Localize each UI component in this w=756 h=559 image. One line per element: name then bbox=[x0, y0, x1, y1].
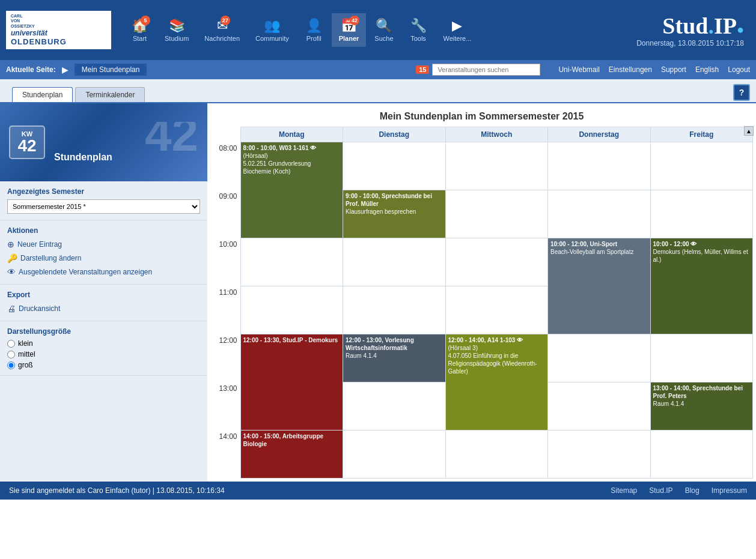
druckansicht-link[interactable]: 🖨 Druckansicht bbox=[7, 303, 200, 315]
event-sub2: 5.02.251 Grundvorlesung Biochemie (Koch) bbox=[243, 160, 341, 175]
semester-section-title: Angezeigtes Semester bbox=[7, 187, 200, 196]
week-number-box: KW 42 bbox=[9, 125, 45, 159]
cell-fri-1400 bbox=[650, 431, 753, 479]
neuer-eintrag-link[interactable]: ⊕ Neuer Eintrag bbox=[7, 238, 200, 250]
event-mon-biochemie[interactable]: 8:00 - 10:00, W03 1-161 👁 (Hörsaal) 5.02… bbox=[241, 142, 343, 238]
time-1100: 11:00 bbox=[210, 286, 240, 334]
tab-terminkalender[interactable]: Terminkalender bbox=[75, 87, 145, 102]
cell-mon-1400[interactable]: 14:00 - 15:00, Arbeitsgruppe Biologie bbox=[240, 431, 343, 479]
datetime-display: Donnerstag, 13.08.2015 10:17:18 bbox=[636, 39, 744, 47]
uni-label: universität bbox=[11, 29, 47, 37]
nav-weitere[interactable]: ▶ Weitere... bbox=[436, 13, 479, 47]
event-mon-demokurs[interactable]: 12:00 - 13:30, Stud.IP - Demokurs bbox=[241, 334, 343, 430]
cell-wed-1000 bbox=[445, 238, 548, 286]
cell-wed-1100 bbox=[445, 286, 548, 334]
suche-icon: 🔍 bbox=[376, 18, 392, 34]
breadcrumb-current: Mein Stundenplan bbox=[75, 64, 147, 76]
impressum-link[interactable]: Impressum bbox=[712, 486, 747, 495]
event-tue-sprechstunde[interactable]: 9:00 - 10:00, Sprechstunde bei Prof. Mül… bbox=[343, 190, 445, 238]
nav-planer[interactable]: 📅 42 Planer bbox=[332, 13, 367, 47]
cell-fri-1000[interactable]: 10:00 - 12:00 👁 Demokurs (Helms, Müller,… bbox=[650, 238, 753, 334]
event-fri-demokurs[interactable]: 10:00 - 12:00 👁 Demokurs (Helms, Müller,… bbox=[651, 238, 753, 334]
nav-start[interactable]: 🏠 5 Start bbox=[123, 13, 156, 47]
size-gross-radio[interactable] bbox=[7, 361, 15, 369]
size-klein[interactable]: klein bbox=[7, 339, 200, 348]
ausgeblendet-link[interactable]: 👁 Ausgeblendete Veranstaltungen anzeigen bbox=[7, 266, 200, 278]
cell-mon-1100 bbox=[240, 286, 343, 334]
size-mittel-radio[interactable] bbox=[7, 351, 15, 358]
nav-community[interactable]: 👥 Community bbox=[248, 13, 296, 47]
event-sub1: Raum 4.1.4 bbox=[346, 352, 443, 360]
event-title: 10:00 - 12:00, Uni-Sport bbox=[550, 240, 648, 248]
blog-link[interactable]: Blog bbox=[685, 486, 700, 495]
event-sub1: Raum 4.1.4 bbox=[653, 400, 751, 408]
studip-logo-text: Stud.IP● bbox=[636, 13, 744, 39]
nav-profil[interactable]: 👤 Profil bbox=[297, 13, 331, 47]
event-tue-wirtschaft[interactable]: 12:00 - 13:00, Vorlesung Wirtschaftsinfo… bbox=[343, 334, 445, 382]
cell-wed-1200[interactable]: 12:00 - 14:00, A14 1-103 👁 (Hörsaal 3) 4… bbox=[445, 334, 548, 431]
nav-profil-label: Profil bbox=[306, 35, 322, 42]
uni-webmail-link[interactable]: Uni-Webmail bbox=[558, 65, 599, 74]
event-title: 14:00 - 15:00, Arbeitsgruppe Biologie bbox=[243, 432, 341, 448]
size-title: Darstellungsgröße bbox=[7, 327, 200, 336]
darstellung-link[interactable]: 🔑 Darstellung ändern bbox=[7, 252, 200, 264]
studium-icon: 📚 bbox=[169, 18, 185, 34]
nav-nachrichten[interactable]: ✉ 27 Nachrichten bbox=[197, 13, 247, 47]
support-link[interactable]: Support bbox=[661, 65, 686, 74]
oldenburg-label: OLDENBURG bbox=[11, 37, 106, 46]
nav-weitere-label: Weitere... bbox=[444, 35, 472, 42]
nav-items: 🏠 5 Start 📚 Studium ✉ 27 Nachrichten 👥 C… bbox=[111, 13, 636, 47]
cell-thu-1000[interactable]: 10:00 - 12:00, Uni-Sport Beach-Volleybal… bbox=[548, 238, 651, 334]
nav-community-label: Community bbox=[255, 35, 289, 42]
tab-stundenplan[interactable]: Stundenplan bbox=[12, 87, 73, 102]
cell-tue-1200[interactable]: 12:00 - 13:00, Vorlesung Wirtschaftsinfo… bbox=[343, 334, 446, 382]
sidebar-size-section: Darstellungsgröße klein mittel groß bbox=[0, 321, 207, 376]
semester-select[interactable]: Sommersemester 2015 * bbox=[7, 199, 200, 214]
cell-tue-1300 bbox=[343, 382, 446, 431]
event-title: 13:00 - 14:00, Sprechstunde bei Prof. Pe… bbox=[653, 384, 751, 400]
size-mittel-label: mittel bbox=[18, 350, 35, 358]
cell-mon-1200[interactable]: 12:00 - 13:30, Stud.IP - Demokurs bbox=[240, 334, 343, 431]
event-title: 12:00 - 14:00, A14 1-103 👁 bbox=[448, 336, 546, 344]
sitemap-link[interactable]: Sitemap bbox=[611, 486, 637, 495]
week-big-bg: 42 bbox=[145, 122, 198, 156]
scroll-up-button[interactable]: ▲ bbox=[744, 126, 754, 136]
cell-tue-1000 bbox=[343, 238, 446, 286]
help-button[interactable]: ? bbox=[733, 84, 750, 101]
size-klein-radio[interactable] bbox=[7, 340, 15, 348]
footer: Sie sind angemeldet als Caro Einfach (tu… bbox=[0, 482, 756, 500]
event-wed-religion[interactable]: 12:00 - 14:00, A14 1-103 👁 (Hörsaal 3) 4… bbox=[446, 334, 548, 430]
time-row-1200: 12:00 12:00 - 13:30, Stud.IP - Demokurs … bbox=[210, 334, 753, 382]
size-mittel[interactable]: mittel bbox=[7, 350, 200, 358]
planer-icon: 📅 42 bbox=[341, 18, 357, 34]
time-1000: 10:00 bbox=[210, 238, 240, 286]
event-mon-biologie[interactable]: 14:00 - 15:00, Arbeitsgruppe Biologie bbox=[241, 431, 343, 478]
nav-studium[interactable]: 📚 Studium bbox=[157, 13, 196, 47]
size-gross[interactable]: groß bbox=[7, 361, 200, 369]
search-input[interactable] bbox=[432, 64, 540, 76]
col-mittwoch: Mittwoch bbox=[445, 127, 548, 142]
nav-suche[interactable]: 🔍 Suche bbox=[367, 13, 400, 47]
cell-mon-0800[interactable]: 8:00 - 10:00, W03 1-161 👁 (Hörsaal) 5.02… bbox=[240, 142, 343, 238]
event-thu-unisport[interactable]: 10:00 - 12:00, Uni-Sport Beach-Volleybal… bbox=[548, 238, 650, 334]
einstellungen-link[interactable]: Einstellungen bbox=[609, 65, 652, 74]
stundenplan-label: Stundenplan bbox=[54, 152, 198, 163]
studip-link[interactable]: Stud.IP bbox=[649, 486, 672, 495]
logout-link[interactable]: Logout bbox=[728, 65, 750, 74]
breadcrumb-search: 15 bbox=[416, 64, 540, 76]
cell-tue-0900[interactable]: 9:00 - 10:00, Sprechstunde bei Prof. Mül… bbox=[343, 190, 446, 238]
nav-tools[interactable]: 🔧 Tools bbox=[402, 13, 435, 47]
cell-thu-1300 bbox=[548, 382, 651, 431]
cell-fri-1300[interactable]: 13:00 - 14:00, Sprechstunde bei Prof. Pe… bbox=[650, 382, 753, 431]
start-badge: 5 bbox=[141, 16, 150, 25]
cell-fri-0900 bbox=[650, 190, 753, 238]
event-fri-peters[interactable]: 13:00 - 14:00, Sprechstunde bei Prof. Pe… bbox=[651, 382, 753, 430]
breadcrumb-links: Uni-Webmail Einstellungen Support Englis… bbox=[558, 65, 750, 74]
size-klein-label: klein bbox=[18, 339, 33, 348]
uni-oldenburg-row: universität bbox=[11, 29, 106, 37]
breadcrumb-arrow-icon: ▶ bbox=[62, 65, 69, 74]
english-link[interactable]: English bbox=[695, 65, 719, 74]
cell-wed-0900 bbox=[445, 190, 548, 238]
breadcrumb-label: Aktuelle Seite: bbox=[6, 65, 56, 74]
profil-icon: 👤 bbox=[306, 18, 322, 34]
